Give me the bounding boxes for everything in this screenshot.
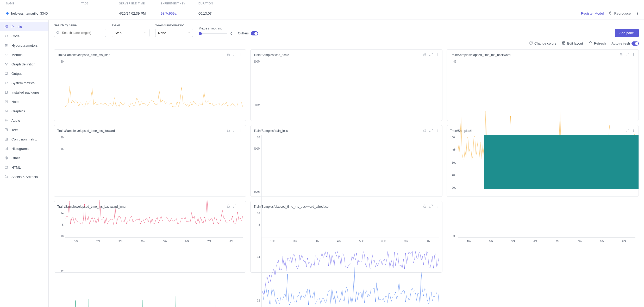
svg-rect-21 xyxy=(5,91,7,93)
xaxis-select[interactable]: Step xyxy=(112,29,149,37)
sidebar-label: HTML xyxy=(11,165,21,169)
panel-title: Train/Samples/elapsed_time_ms_backward xyxy=(450,53,510,57)
refresh-button[interactable]: Refresh xyxy=(589,41,606,46)
more-icon[interactable] xyxy=(435,53,439,57)
search-input[interactable] xyxy=(54,29,106,37)
unlock-icon[interactable] xyxy=(227,53,230,57)
search-label: Search by name xyxy=(54,23,106,27)
svg-point-10 xyxy=(6,46,6,46)
panel: Train/Samples/train_loss1086010k20k30k40… xyxy=(250,125,442,197)
graph-icon xyxy=(4,62,8,66)
svg-rect-49 xyxy=(227,54,229,56)
panel: Train/Samples/elapsed_time_ms_step201510… xyxy=(54,49,246,121)
sidebar-item-hyperparameters[interactable]: Hyperparameters xyxy=(0,41,48,50)
chart-area[interactable]: 141210810k20k30k40k50k60k70k80k xyxy=(57,211,243,307)
sidebar-item-graphics[interactable]: Graphics xyxy=(0,106,48,116)
y-axis: 3634323028 xyxy=(254,211,261,307)
svg-point-51 xyxy=(241,54,241,55)
sidebar: Panels Code Hyperparameters Metrics Grap… xyxy=(0,20,49,307)
sidebar-item-graph-definition[interactable]: Graph definition xyxy=(0,59,48,69)
chart-area[interactable]: 363432302810k20k30k40k50k60k70k80k xyxy=(254,211,439,307)
transform-select[interactable]: None xyxy=(155,29,193,37)
run-key-cell[interactable]: 98f7c959a xyxy=(161,11,198,15)
auto-refresh-toggle[interactable] xyxy=(632,41,639,46)
svg-point-40 xyxy=(5,157,8,159)
sidebar-item-panels[interactable]: Panels xyxy=(0,22,48,31)
panels-icon xyxy=(4,24,8,29)
outliers-toggle[interactable] xyxy=(251,31,258,35)
run-duration-cell: 00:13:07 xyxy=(198,11,581,15)
svg-point-44 xyxy=(57,31,59,33)
other-icon xyxy=(4,156,8,160)
xaxis-value: Step xyxy=(115,31,122,35)
svg-rect-14 xyxy=(5,72,8,74)
sidebar-item-confusion-matrix[interactable]: Confusion matrix xyxy=(0,134,48,144)
edit-layout-button[interactable]: Edit layout xyxy=(562,41,583,46)
sidebar-label: Metrics xyxy=(11,53,22,57)
matrix-icon xyxy=(4,137,8,141)
run-name-text: helpless_tamarillo_3340 xyxy=(11,11,48,15)
expand-icon[interactable] xyxy=(429,53,433,57)
sidebar-item-output[interactable]: Output xyxy=(0,69,48,78)
panel: Train/Samples/elapsed_time_ms_backward_i… xyxy=(54,201,246,273)
plot-area xyxy=(261,211,439,307)
sidebar-item-notes[interactable]: Notes xyxy=(0,97,48,106)
content-area: Search by name X-axis Step Y-axis transf… xyxy=(49,20,644,307)
sidebar-item-system-metrics[interactable]: System metrics xyxy=(0,78,48,88)
chart-area[interactable]: 100µ80µ60µ40µ20µ xyxy=(450,135,635,194)
auto-refresh-control: Auto refresh xyxy=(611,41,639,46)
sidebar-item-other[interactable]: Other xyxy=(0,153,48,163)
sidebar-label: Hyperparameters xyxy=(11,44,37,47)
image-icon xyxy=(4,109,8,113)
more-icon[interactable] xyxy=(239,53,243,57)
x-axis: 10k20k30k40k50k60k70k80k xyxy=(458,240,635,243)
sidebar-label: Notes xyxy=(11,100,20,104)
sidebar-item-assets[interactable]: Assets & Artifacts xyxy=(0,172,48,181)
chevron-down-icon xyxy=(144,31,147,35)
sidebar-label: Text xyxy=(11,128,18,132)
reproduce-label: Reproduce xyxy=(614,11,631,15)
slider-thumb[interactable] xyxy=(199,32,202,35)
register-model-button[interactable]: Register Model xyxy=(581,11,604,15)
svg-rect-2 xyxy=(7,25,8,26)
experiment-row: helpless_tamarillo_3340 4/25/24 02:39 PM… xyxy=(0,7,644,20)
row-more-menu[interactable] xyxy=(636,11,639,16)
sidebar-item-html[interactable]: HTML xyxy=(0,163,48,172)
change-colors-button[interactable]: Change colors xyxy=(529,41,556,46)
y-axis: 1412108 xyxy=(57,211,65,307)
smoothing-slider[interactable] xyxy=(199,33,227,34)
sidebar-label: Other xyxy=(11,156,20,160)
run-color-dot xyxy=(6,12,9,15)
sidebar-item-text[interactable]: Text xyxy=(0,125,48,134)
col-key-header: EXPERIMENT KEY xyxy=(161,2,198,5)
reproduce-button[interactable]: Reproduce xyxy=(609,11,631,16)
sidebar-label: Graphics xyxy=(11,109,25,113)
y-axis: 100µ80µ60µ40µ20µ xyxy=(450,135,458,194)
unlock-icon[interactable] xyxy=(423,53,427,57)
sidebar-item-audio[interactable]: Audio xyxy=(0,116,48,125)
svg-point-58 xyxy=(633,53,634,54)
sidebar-label: Histograms xyxy=(11,147,29,151)
svg-point-12 xyxy=(7,63,7,63)
sidebar-label: System metrics xyxy=(11,81,35,85)
sidebar-item-installed-packages[interactable]: Installed packages xyxy=(0,88,48,97)
sidebar-item-metrics[interactable]: Metrics xyxy=(0,50,48,59)
sidebar-label: Output xyxy=(11,72,22,76)
sidebar-item-code[interactable]: Code xyxy=(0,31,48,41)
plot-area xyxy=(65,211,243,307)
svg-rect-53 xyxy=(424,54,426,56)
svg-point-55 xyxy=(437,54,437,55)
add-panel-button[interactable]: Add panel xyxy=(615,29,639,37)
sidebar-label: Code xyxy=(11,34,20,38)
svg-point-11 xyxy=(5,63,5,63)
unlock-icon[interactable] xyxy=(619,53,623,57)
run-name-cell[interactable]: helpless_tamarillo_3340 xyxy=(3,11,81,15)
expand-icon[interactable] xyxy=(233,53,236,57)
svg-point-54 xyxy=(437,53,437,54)
expand-icon[interactable] xyxy=(626,53,629,57)
sidebar-item-histograms[interactable]: Histograms xyxy=(0,144,48,153)
search-input-wrapper xyxy=(54,29,106,37)
more-icon[interactable] xyxy=(632,53,635,57)
panel: Train/Samples/elapsed_time_ms_forward105… xyxy=(54,125,246,197)
run-time-cell: 4/25/24 02:39 PM xyxy=(119,11,161,15)
